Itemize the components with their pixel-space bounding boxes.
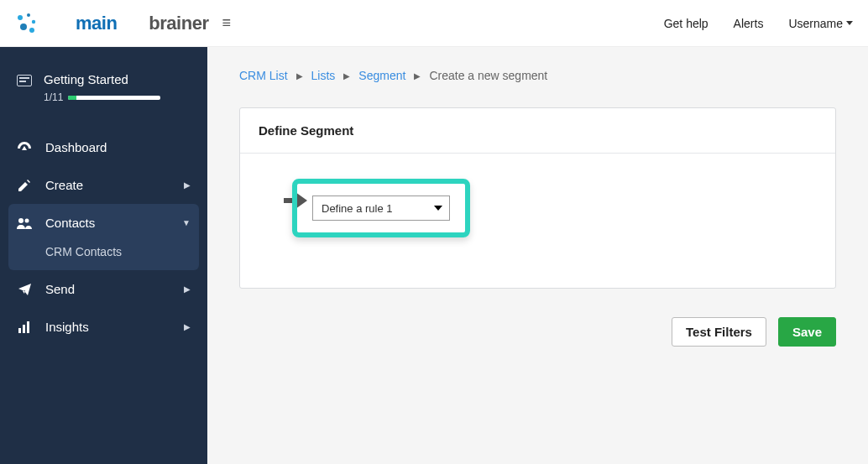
chevron-down-icon: ▼ <box>182 218 191 227</box>
svg-rect-9 <box>27 321 29 333</box>
sidebar-item-label: Create <box>45 178 83 192</box>
topbar: mainbrainer ≡ Get help Alerts Username <box>0 0 868 47</box>
sidebar: Getting Started 1/11 Dashboard Create ▶ <box>0 47 207 464</box>
svg-point-4 <box>29 28 34 33</box>
progress-bar <box>68 96 160 100</box>
gauge-icon <box>17 142 32 154</box>
sidebar-getting-started[interactable]: Getting Started 1/11 <box>0 72 207 128</box>
svg-rect-8 <box>23 325 25 333</box>
define-segment-card: Define Segment Define a rule 1 <box>239 107 836 289</box>
dropdown-value: Define a rule 1 <box>322 202 393 215</box>
sidebar-item-create[interactable]: Create ▶ <box>0 166 207 204</box>
breadcrumb-segment[interactable]: Segment <box>358 69 405 82</box>
svg-point-5 <box>18 218 24 223</box>
svg-point-6 <box>25 218 29 222</box>
svg-point-0 <box>18 15 23 20</box>
users-icon <box>17 217 32 229</box>
alerts-link[interactable]: Alerts <box>734 17 764 30</box>
save-button[interactable]: Save <box>778 317 836 347</box>
sidebar-item-label: Dashboard <box>45 140 107 154</box>
chevron-right-icon: ▶ <box>296 71 303 81</box>
username-dropdown[interactable]: Username <box>788 17 853 30</box>
pencil-icon <box>17 180 32 191</box>
getting-started-label: Getting Started <box>44 72 160 86</box>
breadcrumb: CRM List ▶ Lists ▶ Segment ▶ Create a ne… <box>239 69 836 82</box>
logo-icon <box>15 12 39 35</box>
breadcrumb-lists[interactable]: Lists <box>311 69 336 82</box>
getting-started-progress-text: 1/11 <box>44 91 63 103</box>
svg-point-2 <box>32 19 35 23</box>
svg-rect-7 <box>18 328 21 333</box>
define-rule-dropdown[interactable]: Define a rule 1 <box>312 196 450 221</box>
main-content: CRM List ▶ Lists ▶ Segment ▶ Create a ne… <box>207 47 868 464</box>
chevron-right-icon: ▶ <box>184 322 191 331</box>
svg-point-3 <box>20 23 27 30</box>
breadcrumb-current: Create a new segment <box>429 69 547 82</box>
test-filters-button[interactable]: Test Filters <box>672 317 766 347</box>
menu-toggle-icon[interactable]: ≡ <box>222 14 231 32</box>
logo[interactable]: mainbrainer <box>15 12 208 35</box>
card-title: Define Segment <box>240 108 835 154</box>
paper-plane-icon <box>17 284 32 295</box>
sidebar-item-label: Send <box>45 282 75 296</box>
get-help-link[interactable]: Get help <box>664 17 709 30</box>
chevron-right-icon: ▶ <box>184 284 191 294</box>
sidebar-item-insights[interactable]: Insights ▶ <box>0 308 207 346</box>
sidebar-item-send[interactable]: Send ▶ <box>0 270 207 308</box>
action-buttons: Test Filters Save <box>239 317 836 347</box>
sidebar-subitem-crm-contacts[interactable]: CRM Contacts <box>8 242 199 270</box>
breadcrumb-crm-list[interactable]: CRM List <box>239 69 288 82</box>
checklist-icon <box>17 75 32 86</box>
chevron-right-icon: ▶ <box>184 180 191 190</box>
logo-text: mainbrainer <box>44 13 208 34</box>
top-actions: Get help Alerts Username <box>664 17 853 30</box>
highlight-box: Define a rule 1 <box>292 179 470 237</box>
username-label: Username <box>788 17 843 30</box>
sidebar-item-contacts[interactable]: Contacts ▼ <box>8 204 199 242</box>
chevron-down-icon <box>846 21 853 25</box>
sidebar-item-label: Contacts <box>45 216 95 230</box>
sidebar-item-label: Insights <box>45 320 89 334</box>
sidebar-nav: Dashboard Create ▶ Contacts ▼ CRM Contac… <box>0 128 207 346</box>
chevron-down-icon <box>434 206 442 211</box>
chevron-right-icon: ▶ <box>343 71 350 81</box>
sidebar-item-contacts-block: Contacts ▼ CRM Contacts <box>8 204 199 270</box>
sidebar-item-dashboard[interactable]: Dashboard <box>0 128 207 166</box>
svg-point-1 <box>27 13 30 17</box>
bar-chart-icon <box>17 321 32 333</box>
chevron-right-icon: ▶ <box>414 71 421 81</box>
